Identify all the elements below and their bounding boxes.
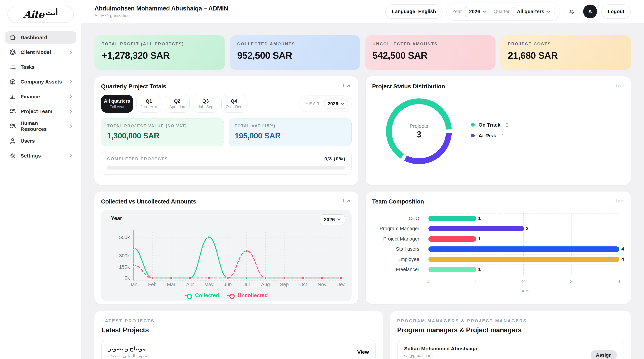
bar-value-label: 4: [621, 257, 624, 262]
panel-title: Project Status Distribution: [372, 83, 445, 90]
notifications-button[interactable]: [564, 4, 579, 19]
legend-dot: [471, 123, 475, 127]
completed-projects-progressbar: [107, 166, 346, 169]
x-axis-line: [428, 275, 622, 275]
section-title: Latest Projects: [101, 326, 376, 334]
header-user-block: Abdulmohsen Mohammed Abushaiqa – ADMIN A…: [94, 5, 228, 18]
bar-ceo: [428, 216, 476, 221]
legend-dot: [471, 134, 475, 137]
mini-card-value: 195,000 SAR: [235, 131, 346, 140]
bar-value-label: 1: [478, 216, 481, 221]
chart-year-select[interactable]: 2026: [320, 214, 345, 225]
language-button[interactable]: Language: English: [385, 5, 442, 19]
sidebar-item-client-model[interactable]: Client Model: [5, 46, 76, 58]
stat-label: PROJECT COSTS: [508, 42, 624, 46]
brand-logo-latin: Aite: [23, 9, 44, 20]
mini-card-label: TOTAL PROJECT VALUE (NO VAT): [107, 124, 218, 128]
tab-label: Q1: [146, 98, 152, 104]
tab-label: Q2: [174, 98, 180, 104]
sidebar-item-label: Company Assets: [20, 79, 66, 85]
bar-category-label: Program Manager: [372, 226, 420, 231]
legend-label: At Risk: [478, 133, 496, 139]
year-label: YEAR: [306, 101, 320, 106]
sidebar-item-tasks[interactable]: Tasks: [5, 61, 76, 73]
sidebar-item-settings[interactable]: Settings: [5, 150, 76, 162]
donut-legend: On Track 2 At Risk 1: [471, 122, 508, 139]
bar-value-label: 1: [478, 236, 481, 241]
sidebar-nav: Dashboard Client Model Tasks Company Ass…: [5, 31, 76, 162]
tab-sublabel: Apr - Jun: [169, 105, 185, 109]
svg-text:Dec: Dec: [336, 282, 345, 287]
x-tick-label: 4: [618, 279, 620, 284]
sidebar-item-finance[interactable]: Finance: [5, 90, 76, 103]
quarter-select[interactable]: All quarters: [513, 6, 554, 18]
logout-button[interactable]: Logout: [601, 5, 631, 19]
avatar[interactable]: A: [583, 5, 597, 19]
tab-label: All quarters: [104, 98, 130, 104]
panel-year-select[interactable]: 2026: [324, 99, 348, 109]
chart-year-label: Year: [111, 215, 122, 221]
svg-text:Oct: Oct: [299, 282, 307, 287]
chevron-right-icon: [70, 50, 72, 54]
sidebar-item-company-assets[interactable]: Company Assets: [5, 76, 76, 88]
mini-card-value: 1,300,000 SAR: [107, 131, 218, 140]
svg-text:550k: 550k: [119, 235, 130, 240]
svg-text:Feb: Feb: [148, 282, 156, 287]
chevron-right-icon: [70, 95, 72, 99]
tab-q1[interactable]: Q1 Jan - Mar: [136, 95, 161, 113]
donut-center-label: Projects 3: [384, 96, 454, 166]
mini-card-label: TOTAL VAT (15%): [235, 124, 346, 128]
legend-label: Collected: [195, 292, 219, 298]
x-tick-label: 1: [474, 279, 477, 284]
bar-category-label: Staff users: [372, 246, 420, 252]
gridline-vertical: [619, 213, 619, 275]
bar-category-label: CEO: [372, 216, 420, 221]
tab-sublabel: Full year: [110, 105, 125, 109]
assign-button[interactable]: Assign: [590, 350, 617, 359]
chevron-right-icon: [70, 109, 72, 113]
stat-label: COLLECTED AMOUNTS: [237, 42, 353, 46]
x-tick-label: 2: [522, 279, 525, 284]
stat-value: +1,278,320 SAR: [102, 50, 218, 61]
manager-name: Sultan Mohammed Abushaiqa: [404, 346, 477, 351]
legend-marker: [185, 295, 192, 296]
program-managers-panel: PROGRAM MANAGERS & PROJECT MANAGERS Prog…: [390, 311, 631, 359]
project-status-distribution-panel: Project Status Distribution Live Project…: [366, 76, 631, 185]
legend-label: On Track: [478, 122, 500, 128]
tab-q2[interactable]: Q2 Apr - Jun: [165, 95, 190, 113]
user-icon: [9, 137, 16, 145]
tab-all-quarters[interactable]: All quarters Full year: [101, 95, 133, 113]
year-select[interactable]: 2026: [465, 6, 490, 18]
tab-sublabel: Jan - Mar: [140, 105, 157, 109]
gear-icon: [9, 152, 16, 159]
live-badge: Live: [616, 83, 624, 88]
gridline-vertical: [571, 213, 572, 275]
sidebar-item-users[interactable]: Users: [5, 135, 76, 147]
chevron-right-icon: [70, 154, 72, 158]
stat-value: 542,500 SAR: [372, 50, 488, 61]
tab-q4[interactable]: Q4 Oct - Dec: [221, 95, 246, 113]
svg-text:Aug: Aug: [261, 282, 270, 287]
x-axis-title: Users: [517, 288, 530, 294]
view-project-button[interactable]: View: [357, 349, 369, 355]
sidebar-item-dashboard[interactable]: Dashboard: [5, 31, 76, 44]
svg-text:Sep: Sep: [280, 282, 289, 287]
chevron-down-icon: [340, 102, 344, 105]
legend-item-on-track: On Track 2: [471, 122, 508, 128]
tab-q3[interactable]: Q3 Jul - Sep: [193, 95, 218, 113]
legend-marker: [227, 295, 235, 296]
sidebar-item-project-team[interactable]: Project Team: [5, 105, 76, 118]
dashboard-root: Aite أيت Dashboard Client Model Tasks Co…: [0, 0, 644, 359]
panel-year-filter: YEAR 2026: [300, 96, 352, 112]
legend-item-uncollected: Uncollected: [227, 292, 268, 298]
x-tick-label: 0: [426, 279, 429, 284]
sidebar-item-human-resources[interactable]: Human Resources: [5, 120, 76, 132]
team-composition-bar-chart: CEO1Program Manager2Project Manager1Staf…: [372, 208, 624, 302]
stat-value: 952,500 SAR: [237, 50, 353, 61]
bell-icon: [568, 8, 576, 15]
live-badge: Live: [343, 83, 352, 88]
completed-projects-label: COMPLETED PROJECTS: [107, 157, 168, 161]
brand-logo: Aite أيت: [8, 6, 74, 23]
svg-text:0k: 0k: [124, 275, 130, 281]
total-project-value-card: TOTAL PROJECT VALUE (NO VAT) 1,300,000 S…: [101, 119, 224, 146]
